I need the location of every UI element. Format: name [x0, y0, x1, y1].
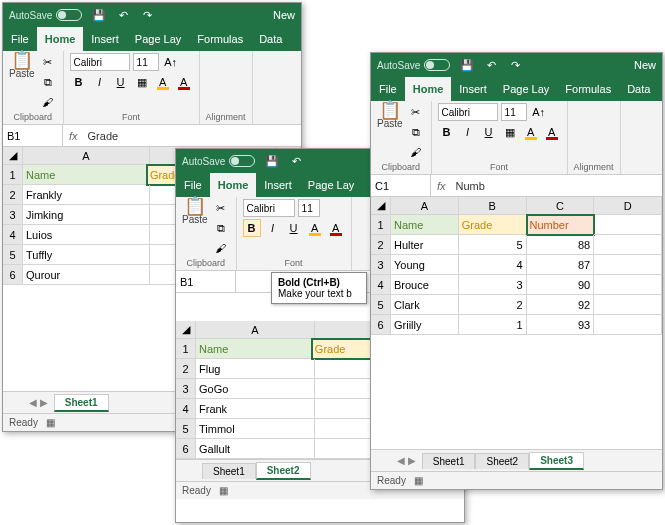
- format-painter-icon[interactable]: 🖌: [212, 239, 230, 257]
- cell[interactable]: Grade: [459, 215, 527, 235]
- bold-button[interactable]: B: [70, 73, 88, 91]
- name-box[interactable]: [3, 125, 63, 146]
- cell[interactable]: 3: [459, 275, 527, 295]
- tab-home[interactable]: Home: [405, 77, 452, 101]
- cell[interactable]: GoGo: [196, 379, 315, 399]
- redo-icon[interactable]: ↷: [140, 8, 154, 22]
- font-name-select[interactable]: [243, 199, 295, 217]
- increase-font-icon[interactable]: A↑: [162, 53, 180, 71]
- sheet-tab[interactable]: Sheet1: [54, 394, 109, 412]
- tab-file[interactable]: File: [176, 173, 210, 197]
- cell[interactable]: 2: [459, 295, 527, 315]
- bold-button[interactable]: B: [438, 123, 456, 141]
- record-macro-icon[interactable]: ▦: [219, 485, 228, 496]
- fx-icon[interactable]: fx: [431, 180, 452, 192]
- tab-insert[interactable]: Insert: [83, 27, 127, 51]
- cell[interactable]: 92: [527, 295, 595, 315]
- italic-button[interactable]: I: [459, 123, 477, 141]
- border-icon[interactable]: ▦: [501, 123, 519, 141]
- save-icon[interactable]: 💾: [460, 58, 474, 72]
- fx-icon[interactable]: fx: [63, 130, 84, 142]
- tab-data[interactable]: Data: [619, 77, 658, 101]
- font-size-select[interactable]: [501, 103, 527, 121]
- format-painter-icon[interactable]: 🖌: [407, 143, 425, 161]
- row-header[interactable]: 2: [3, 185, 23, 205]
- format-painter-icon[interactable]: 🖌: [39, 93, 57, 111]
- underline-button[interactable]: U: [480, 123, 498, 141]
- row-header[interactable]: 5: [176, 419, 196, 439]
- undo-icon[interactable]: ↶: [484, 58, 498, 72]
- autosave-toggle[interactable]: AutoSave: [182, 155, 255, 167]
- tab-page-layout[interactable]: Page Lay: [127, 27, 189, 51]
- cell[interactable]: [594, 315, 662, 335]
- row-header[interactable]: 6: [371, 315, 391, 335]
- cell[interactable]: Brouce: [391, 275, 459, 295]
- cell[interactable]: 4: [459, 255, 527, 275]
- sheet-nav-icon[interactable]: ◀ ▶: [29, 397, 48, 408]
- bold-button[interactable]: B: [243, 219, 261, 237]
- tab-data[interactable]: Data: [251, 27, 290, 51]
- row-header[interactable]: 2: [371, 235, 391, 255]
- fill-color-icon[interactable]: A: [306, 219, 324, 237]
- row-header[interactable]: 6: [3, 265, 23, 285]
- italic-button[interactable]: I: [264, 219, 282, 237]
- font-name-select[interactable]: [438, 103, 498, 121]
- copy-icon[interactable]: ⧉: [39, 73, 57, 91]
- cell[interactable]: Hulter: [391, 235, 459, 255]
- cell[interactable]: Jimking: [23, 205, 150, 225]
- cell[interactable]: 1: [459, 315, 527, 335]
- cell[interactable]: Tuffly: [23, 245, 150, 265]
- name-box[interactable]: [371, 175, 431, 196]
- col-header[interactable]: B: [459, 197, 527, 215]
- border-icon[interactable]: ▦: [133, 73, 151, 91]
- spreadsheet-grid[interactable]: ◢ 1 2 3 4 5 6 A B C D Name Grade Number …: [371, 197, 662, 335]
- select-all-corner[interactable]: ◢: [371, 197, 391, 215]
- row-header[interactable]: 3: [371, 255, 391, 275]
- record-macro-icon[interactable]: ▦: [46, 417, 55, 428]
- sheet-tab[interactable]: Sheet2: [475, 453, 529, 469]
- sheet-tab[interactable]: Sheet3: [529, 452, 584, 470]
- sheet-tab[interactable]: Sheet2: [256, 462, 311, 480]
- col-header[interactable]: C: [527, 197, 595, 215]
- cell[interactable]: Luios: [23, 225, 150, 245]
- cell[interactable]: 5: [459, 235, 527, 255]
- cell[interactable]: Name: [391, 215, 459, 235]
- fill-color-icon[interactable]: A: [522, 123, 540, 141]
- increase-font-icon[interactable]: A↑: [530, 103, 548, 121]
- cell[interactable]: Frankly: [23, 185, 150, 205]
- font-color-icon[interactable]: A: [543, 123, 561, 141]
- font-size-select[interactable]: [133, 53, 159, 71]
- autosave-toggle[interactable]: AutoSave: [9, 9, 82, 21]
- save-icon[interactable]: 💾: [265, 154, 279, 168]
- tab-page-layout[interactable]: Page Lay: [300, 173, 362, 197]
- italic-button[interactable]: I: [91, 73, 109, 91]
- cell[interactable]: Name: [23, 165, 147, 185]
- tab-home[interactable]: Home: [210, 173, 257, 197]
- row-header[interactable]: 4: [176, 399, 196, 419]
- cell[interactable]: [594, 295, 662, 315]
- row-header[interactable]: 5: [3, 245, 23, 265]
- copy-icon[interactable]: ⧉: [407, 123, 425, 141]
- row-header[interactable]: 1: [176, 339, 196, 359]
- row-header[interactable]: 3: [3, 205, 23, 225]
- underline-button[interactable]: U: [112, 73, 130, 91]
- tab-formulas[interactable]: Formulas: [557, 77, 619, 101]
- redo-icon[interactable]: ↷: [508, 58, 522, 72]
- cut-icon[interactable]: ✂: [39, 53, 57, 71]
- cell[interactable]: 90: [527, 275, 595, 295]
- cell[interactable]: Frank: [196, 399, 315, 419]
- row-header[interactable]: 5: [371, 295, 391, 315]
- cell[interactable]: 93: [527, 315, 595, 335]
- tab-file[interactable]: File: [3, 27, 37, 51]
- font-color-icon[interactable]: A: [327, 219, 345, 237]
- sheet-tab[interactable]: Sheet1: [202, 463, 256, 479]
- cell[interactable]: Clark: [391, 295, 459, 315]
- cell[interactable]: Gallult: [196, 439, 315, 459]
- cut-icon[interactable]: ✂: [407, 103, 425, 121]
- autosave-toggle[interactable]: AutoSave: [377, 59, 450, 71]
- col-header[interactable]: A: [196, 321, 315, 339]
- row-header[interactable]: 4: [3, 225, 23, 245]
- tab-home[interactable]: Home: [37, 27, 84, 51]
- cell[interactable]: Timmol: [196, 419, 315, 439]
- record-macro-icon[interactable]: ▦: [414, 475, 423, 486]
